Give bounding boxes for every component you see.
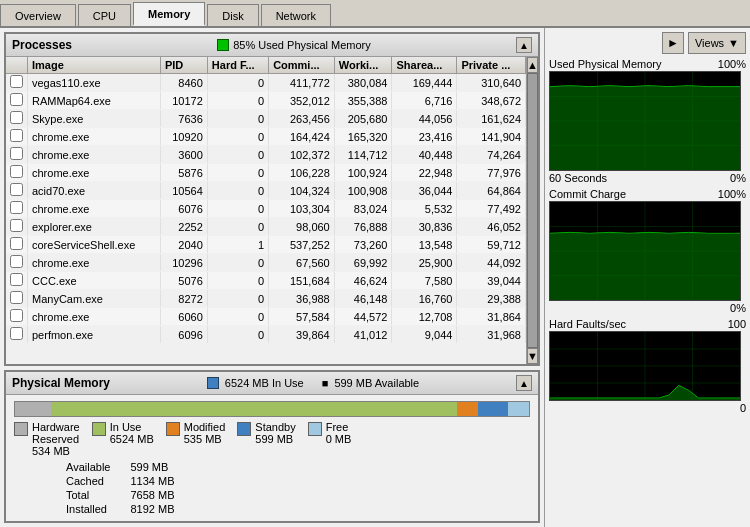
cell-image: chrome.exe — [28, 200, 161, 218]
cell-image: chrome.exe — [28, 308, 161, 326]
cell-value: 263,456 — [269, 110, 335, 128]
table-row[interactable]: Skype.exe76360263,456205,68044,056161,62… — [6, 110, 526, 128]
in-use-dot — [207, 377, 219, 389]
cell-value: 76,888 — [334, 218, 392, 236]
cell-value: 0 — [207, 254, 268, 272]
col-pid[interactable]: PID — [160, 57, 207, 74]
processes-collapse-btn[interactable]: ▲ — [516, 37, 532, 53]
views-button[interactable]: Views ▼ — [688, 32, 746, 54]
legend-inuse-value: 6524 MB — [110, 433, 154, 445]
physical-memory-title: Physical Memory — [12, 376, 110, 390]
cell-value: 5876 — [160, 164, 207, 182]
available-label: 599 MB Available — [334, 377, 419, 389]
graph-hard-faults-label: Hard Faults/sec 100 — [549, 318, 746, 330]
scrollbar-down[interactable]: ▼ — [527, 348, 538, 364]
row-checkbox[interactable] — [10, 255, 23, 268]
processes-table: Image PID Hard F... Commi... Worki... Sh… — [6, 57, 526, 344]
legend-inuse: In Use 6524 MB — [92, 421, 154, 457]
table-row[interactable]: chrome.exe58760106,228100,92422,94877,97… — [6, 164, 526, 182]
legend-standby: Standby 599 MB — [237, 421, 295, 457]
table-row[interactable]: chrome.exe10296067,56069,99225,90044,092 — [6, 254, 526, 272]
table-row[interactable]: chrome.exe6060057,58444,57212,70831,864 — [6, 308, 526, 326]
table-row[interactable]: CCC.exe50760151,68446,6247,58039,044 — [6, 272, 526, 290]
table-row[interactable]: chrome.exe60760103,30483,0245,53277,492 — [6, 200, 526, 218]
legend-standby-label: Standby — [255, 421, 295, 433]
row-checkbox[interactable] — [10, 291, 23, 304]
table-row[interactable]: explorer.exe2252098,06076,88830,83646,05… — [6, 218, 526, 236]
graph-hard-faults-pct-row: 0 — [549, 402, 746, 414]
col-commit[interactable]: Commi... — [269, 57, 335, 74]
stat-total-value: 7658 MB — [130, 489, 174, 501]
legend-free-label: Free — [326, 421, 352, 433]
col-hardfaults[interactable]: Hard F... — [207, 57, 268, 74]
cell-value: 0 — [207, 182, 268, 200]
graph-hard-faults-pct-low: 0 — [740, 402, 746, 414]
in-use-label: 6524 MB In Use — [225, 377, 304, 389]
legend-reserved: HardwareReserved 534 MB — [14, 421, 80, 457]
legend-box-modified — [166, 422, 180, 436]
views-label: Views — [695, 37, 724, 49]
table-wrapper: Image PID Hard F... Commi... Worki... Sh… — [6, 57, 538, 364]
scrollbar-thumb[interactable] — [527, 73, 538, 348]
tab-cpu[interactable]: CPU — [78, 4, 131, 26]
table-row[interactable]: perfmon.exe6096039,86441,0129,04431,968 — [6, 326, 526, 344]
stats-values: 599 MB 1134 MB 7658 MB 8192 MB — [130, 461, 174, 515]
cell-value: 6060 — [160, 308, 207, 326]
cell-value: 100,908 — [334, 182, 392, 200]
stat-available-label: Available — [66, 461, 110, 473]
process-scrollbar[interactable]: ▲ ▼ — [526, 57, 538, 364]
row-checkbox[interactable] — [10, 219, 23, 232]
col-checkbox[interactable] — [6, 57, 28, 74]
cell-value: 31,864 — [457, 308, 526, 326]
cell-value: 77,492 — [457, 200, 526, 218]
row-checkbox[interactable] — [10, 129, 23, 142]
graph-commit-pct-high: 100% — [718, 188, 746, 200]
physical-memory-collapse-btn[interactable]: ▲ — [516, 375, 532, 391]
row-checkbox[interactable] — [10, 309, 23, 322]
col-working[interactable]: Worki... — [334, 57, 392, 74]
cell-image: chrome.exe — [28, 128, 161, 146]
row-checkbox[interactable] — [10, 93, 23, 106]
right-panel: ► Views ▼ Used Physical Memory 100% — [545, 28, 750, 527]
row-checkbox[interactable] — [10, 183, 23, 196]
table-row[interactable]: coreServiceShell.exe20401537,25273,26013… — [6, 236, 526, 254]
col-private[interactable]: Private ... — [457, 57, 526, 74]
col-image[interactable]: Image — [28, 57, 161, 74]
row-checkbox[interactable] — [10, 111, 23, 124]
row-checkbox[interactable] — [10, 165, 23, 178]
bar-reserved — [15, 402, 51, 416]
cell-image: explorer.exe — [28, 218, 161, 236]
row-checkbox[interactable] — [10, 75, 23, 88]
graph-60s-label: 60 Seconds — [549, 172, 607, 184]
table-row[interactable]: chrome.exe109200164,424165,32023,416141,… — [6, 128, 526, 146]
legend-modified: Modified 535 MB — [166, 421, 226, 457]
table-row[interactable]: vegas110.exe84600411,772380,084169,44431… — [6, 74, 526, 92]
graph-commit-label: Commit Charge 100% — [549, 188, 746, 200]
memory-status-text: 85% Used Physical Memory — [233, 39, 371, 51]
processes-title: Processes — [12, 38, 72, 52]
row-checkbox[interactable] — [10, 273, 23, 286]
scrollbar-up[interactable]: ▲ — [527, 57, 538, 73]
table-row[interactable]: RAMMap64.exe101720352,012355,3886,716348… — [6, 92, 526, 110]
graph-commit-pct-low: 0% — [730, 302, 746, 314]
tab-disk[interactable]: Disk — [207, 4, 258, 26]
table-row[interactable]: acid70.exe105640104,324100,90836,04464,8… — [6, 182, 526, 200]
nav-prev-btn[interactable]: ► — [662, 32, 684, 54]
tab-memory[interactable]: Memory — [133, 2, 205, 26]
col-shareable[interactable]: Sharea... — [392, 57, 457, 74]
legend-modified-value: 535 MB — [184, 433, 226, 445]
table-row[interactable]: ManyCam.exe8272036,98846,14816,76029,388 — [6, 290, 526, 308]
row-checkbox[interactable] — [10, 147, 23, 160]
cell-value: 8460 — [160, 74, 207, 92]
graph-commit-svg — [550, 202, 740, 300]
row-checkbox[interactable] — [10, 237, 23, 250]
cell-value: 205,680 — [334, 110, 392, 128]
row-checkbox[interactable] — [10, 201, 23, 214]
tab-network[interactable]: Network — [261, 4, 331, 26]
cell-value: 83,024 — [334, 200, 392, 218]
graph-hard-faults-svg — [550, 332, 740, 400]
tab-overview[interactable]: Overview — [0, 4, 76, 26]
row-checkbox[interactable] — [10, 327, 23, 340]
cell-value: 5,532 — [392, 200, 457, 218]
table-row[interactable]: chrome.exe36000102,372114,71240,44874,26… — [6, 146, 526, 164]
